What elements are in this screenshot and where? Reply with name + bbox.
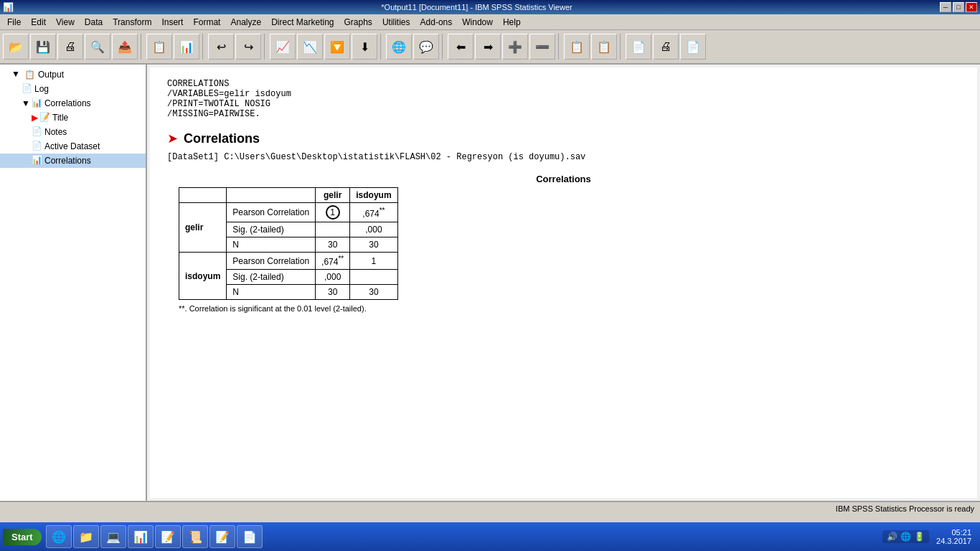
toolbar-separator-4 xyxy=(380,34,383,60)
taskbar-icon-1[interactable]: 🌐 xyxy=(46,525,72,548)
taskbar-icon-6[interactable]: 📜 xyxy=(182,525,208,548)
notes-icon: 📄 xyxy=(32,126,43,138)
save-button[interactable]: 💾 xyxy=(30,34,56,60)
menu-item-direct-marketing[interactable]: Direct Marketing xyxy=(267,16,338,29)
taskbar-icon-4[interactable]: 📊 xyxy=(128,525,154,548)
syntax-line-1: CORRELATIONS xyxy=(167,79,960,89)
taskbar-icon-2[interactable]: 📁 xyxy=(73,525,99,548)
menu-item-format[interactable]: Format xyxy=(189,16,225,29)
sidebar-item-active-dataset[interactable]: 📄 Active Dataset xyxy=(0,139,146,154)
syntax-block: CORRELATIONS /VARIABLES=gelir isdoyum /P… xyxy=(167,79,960,119)
content-area: CORRELATIONS /VARIABLES=gelir isdoyum /P… xyxy=(147,65,980,501)
cell-sig-isdoyum-gelir: ,000 xyxy=(316,270,350,285)
row-label-pearson-isdoyum: Pearson Correlation xyxy=(227,253,316,270)
content-inner: CORRELATIONS /VARIABLES=gelir isdoyum /P… xyxy=(150,67,977,498)
hide-all-button[interactable]: 📋 xyxy=(591,34,617,60)
scripting-button[interactable]: 💬 xyxy=(413,34,439,60)
syntax-line-3: /PRINT=TWOTAIL NOSIG xyxy=(167,99,960,109)
col-header-empty2 xyxy=(227,188,316,203)
sidebar-item-correlations-child-label: Correlations xyxy=(44,156,91,166)
menu-item-utilities[interactable]: Utilities xyxy=(378,16,415,29)
sidebar-item-log[interactable]: 📄 Log xyxy=(0,82,146,96)
footnote-text: **. Correlation is significant at the 0.… xyxy=(179,304,367,313)
clock-time: 05:21 xyxy=(936,528,971,537)
back-nav-button[interactable]: ⬅ xyxy=(448,34,473,60)
collapse-button[interactable]: ➖ xyxy=(529,34,555,60)
cell-sig-gelir-gelir xyxy=(316,222,350,237)
menu-item-help[interactable]: Help xyxy=(499,16,525,29)
cell-sig-gelir-isdoyum: ,000 xyxy=(350,222,397,237)
goto-data-button[interactable]: 📈 xyxy=(270,34,296,60)
sidebar-item-correlations-child[interactable]: 📊 Correlations xyxy=(0,154,146,168)
tray-icon-network[interactable]: 🌐 xyxy=(900,532,911,542)
print-preview-button[interactable]: 📄 xyxy=(680,34,706,60)
taskbar-icon-3[interactable]: 💻 xyxy=(100,525,126,548)
redo-button[interactable]: ↪ xyxy=(235,34,261,60)
sidebar-item-notes[interactable]: 📄 Notes xyxy=(0,125,146,139)
cell-isdoyum-gelir: ,674** xyxy=(316,253,350,270)
correlations-header: ➤ Correlations xyxy=(167,131,960,146)
close-button[interactable]: ✕ xyxy=(966,2,977,12)
page-setup-button[interactable]: 📄 xyxy=(626,34,651,60)
system-clock: 05:21 24.3.2017 xyxy=(930,528,977,545)
insert-cases-button[interactable]: 📋 xyxy=(146,34,172,60)
menu-item-view[interactable]: View xyxy=(52,16,79,29)
forward-nav-button[interactable]: ➡ xyxy=(475,34,501,60)
cell-n-gelir-isdoyum: 30 xyxy=(350,237,397,253)
dataset-info: [DataSet1] C:\Users\Guest\Desktop\istati… xyxy=(167,152,960,162)
menu-item-data[interactable]: Data xyxy=(80,16,107,29)
print2-button[interactable]: 🖨 xyxy=(653,34,679,60)
menu-item-edit[interactable]: Edit xyxy=(27,16,50,29)
cell-sig-isdoyum-isdoyum xyxy=(350,270,397,285)
menu-item-file[interactable]: File xyxy=(3,16,25,29)
preview-button[interactable]: 🔍 xyxy=(85,34,110,60)
sidebar-item-title[interactable]: ▶ 📝 Title xyxy=(0,110,146,125)
minimize-button[interactable]: ─ xyxy=(940,2,951,12)
sidebar-item-correlations-parent[interactable]: ▼ 📊 Correlations xyxy=(0,96,146,110)
export-button[interactable]: 📤 xyxy=(112,34,138,60)
menu-item-insert[interactable]: Insert xyxy=(157,16,187,29)
menu-item-add-ons[interactable]: Add-ons xyxy=(416,16,457,29)
undo-button[interactable]: ↩ xyxy=(208,34,234,60)
row-label-sig-isdoyum: Sig. (2-tailed) xyxy=(227,270,316,285)
system-tray: 🔊 🌐 🔋 xyxy=(882,530,929,543)
menu-item-graphs[interactable]: Graphs xyxy=(340,16,377,29)
main-area: ▼ 📋 Output 📄 Log ▼ 📊 Correlations ▶ 📝 Ti… xyxy=(0,65,980,501)
sidebar-item-notes-label: Notes xyxy=(44,127,67,137)
maximize-button[interactable]: □ xyxy=(953,2,964,12)
sidebar-item-output[interactable]: ▼ 📋 Output xyxy=(0,67,146,82)
menu-item-window[interactable]: Window xyxy=(458,16,497,29)
output-icon: 📋 xyxy=(24,70,35,80)
open-button[interactable]: 📂 xyxy=(3,34,29,60)
taskbar: Start 🌐 📁 💻 📊 📝 📜 📝 📄 🔊 🌐 🔋 05:21 24.3.2… xyxy=(0,522,980,551)
row-label-n-gelir: N xyxy=(227,237,316,253)
insert-output-button[interactable]: ⬇ xyxy=(352,34,377,60)
start-button[interactable]: Start xyxy=(3,529,42,545)
menu-item-analyze[interactable]: Analyze xyxy=(226,16,265,29)
find-button[interactable]: 🔽 xyxy=(324,34,350,60)
menu-item-transform[interactable]: Transform xyxy=(108,16,156,29)
toolbar: 📂 💾 🖨 🔍 📤 📋 📊 ↩ ↪ 📈 📉 🔽 ⬇ 🌐 💬 ⬅ ➡ ➕ ➖ 📋 … xyxy=(0,30,980,65)
insert-var-button[interactable]: 📊 xyxy=(174,34,199,60)
app-icon: 📊 xyxy=(3,2,14,12)
variables-button[interactable]: 📉 xyxy=(297,34,323,60)
menu-bar: FileEditViewDataTransformInsertFormatAna… xyxy=(0,14,980,30)
row-label-sig-gelir: Sig. (2-tailed) xyxy=(227,222,316,237)
taskbar-icon-5[interactable]: 📝 xyxy=(155,525,181,548)
print-button[interactable]: 🖨 xyxy=(57,34,83,60)
taskbar-icon-8[interactable]: 📄 xyxy=(237,525,263,548)
tray-icon-battery[interactable]: 🔋 xyxy=(914,532,925,542)
taskbar-icon-7[interactable]: 📝 xyxy=(209,525,235,548)
cell-gelir-isdoyum: ,674** xyxy=(350,203,397,222)
sidebar-item-output-label: Output xyxy=(38,70,64,80)
toolbar-separator-5 xyxy=(442,34,445,60)
show-all-button[interactable]: 📋 xyxy=(564,34,590,60)
run-script-button[interactable]: 🌐 xyxy=(386,34,412,60)
cell-n-isdoyum-isdoyum: 30 xyxy=(350,285,397,300)
expand-button[interactable]: ➕ xyxy=(502,34,528,60)
expand-icon: ▼ xyxy=(11,69,23,80)
section-arrow-icon: ➤ xyxy=(167,131,178,146)
sidebar-item-log-label: Log xyxy=(34,84,49,94)
tray-icon-sound[interactable]: 🔊 xyxy=(887,532,897,542)
cell-n-gelir-gelir: 30 xyxy=(316,237,350,253)
